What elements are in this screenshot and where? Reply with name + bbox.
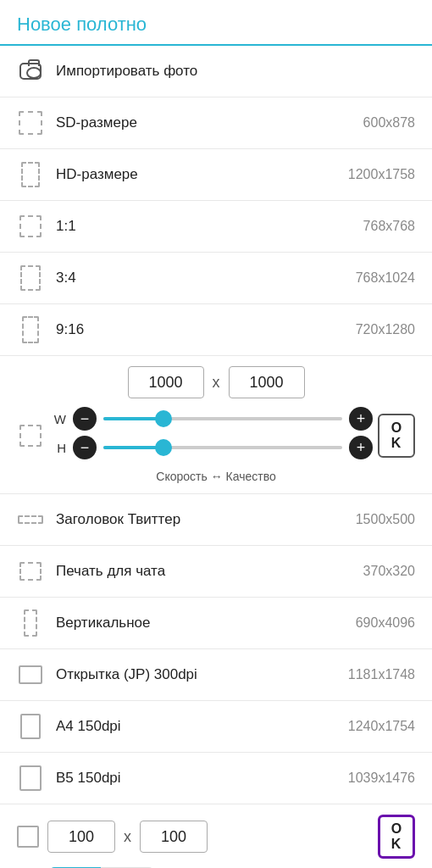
b5-item[interactable]: B5 150dpi 1039x1476 (0, 753, 432, 804)
sliders-group: W − + H − + (49, 407, 373, 465)
custom-size-section: x W − + H − (0, 356, 432, 494)
camera-icon (17, 58, 44, 85)
custom-size-icon (17, 422, 44, 449)
import-photo-label: Импортировать фото (56, 63, 197, 80)
width-input[interactable] (128, 366, 204, 398)
height-input[interactable] (229, 366, 305, 398)
twitter-left: Заголовок Твиттер (17, 506, 180, 533)
twitter-item[interactable]: Заголовок Твиттер 1500x500 (0, 494, 432, 546)
sd-value: 600x878 (363, 115, 415, 131)
9x16-value: 720x1280 (356, 322, 415, 337)
a4-value: 1240x1754 (348, 719, 415, 734)
twitter-label: Заголовок Твиттер (56, 511, 180, 528)
1x1-value: 768x768 (363, 219, 415, 234)
twitter-icon (17, 506, 44, 533)
custom-ok-button[interactable]: OK (378, 414, 415, 458)
h-slider-thumb (155, 439, 172, 456)
a4-icon (17, 713, 44, 740)
1x1-item[interactable]: 1:1 768x768 (0, 201, 432, 253)
x-separator: x (213, 374, 220, 392)
9x16-item[interactable]: 9:16 720x1280 (0, 304, 432, 356)
w-minus-button[interactable]: − (73, 407, 97, 431)
twitter-value: 1500x500 (356, 512, 415, 527)
bottom-x-sep: x (124, 828, 131, 846)
9x16-left: 9:16 (17, 316, 84, 343)
a4-item[interactable]: A4 150dpi 1240x1754 (0, 701, 432, 753)
3x4-left: 3:4 (17, 264, 76, 292)
vertical-item[interactable]: Вертикальное 690x4096 (0, 598, 432, 649)
h-slider-track[interactable] (103, 446, 342, 449)
vertical-label: Вертикальное (56, 615, 151, 632)
chat-value: 370x320 (363, 564, 415, 579)
sd-left: SD-размере (17, 109, 137, 136)
a4-label: A4 150dpi (56, 718, 121, 735)
w-slider-row: W − + (49, 407, 373, 431)
size-inputs-row: x (17, 366, 415, 398)
vertical-value: 690x4096 (356, 615, 415, 631)
3x4-label: 3:4 (56, 270, 76, 287)
hd-item[interactable]: HD-размере 1200x1758 (0, 149, 432, 201)
h-plus-button[interactable]: + (349, 436, 373, 459)
b5-left: B5 150dpi (17, 765, 121, 792)
postcard-icon (17, 661, 44, 688)
3x4-value: 768x1024 (356, 270, 415, 286)
postcard-item[interactable]: Открытка (JP) 300dpi 1181x1748 (0, 649, 432, 701)
postcard-label: Открытка (JP) 300dpi (56, 666, 197, 683)
sd-label: SD-размере (56, 114, 137, 131)
h-slider-row: H − + (49, 436, 373, 459)
vertical-icon (17, 609, 44, 637)
speed-quality-label: Скорость ↔ Качество (17, 470, 415, 483)
postcard-value: 1181x1748 (348, 667, 415, 682)
a4-left: A4 150dpi (17, 713, 121, 740)
b5-icon (17, 765, 44, 792)
hd-label: HD-размере (56, 166, 138, 183)
chat-icon (17, 558, 44, 585)
w-slider-track[interactable] (103, 417, 342, 420)
bottom-ok-button[interactable]: OK (378, 815, 415, 859)
w-plus-button[interactable]: + (349, 407, 373, 431)
h-label: H (49, 441, 66, 455)
chat-label: Печать для чата (56, 563, 165, 580)
9x16-icon (17, 316, 44, 343)
w-slider-thumb (155, 410, 172, 427)
9x16-label: 9:16 (56, 321, 84, 338)
hd-icon (17, 161, 44, 188)
3x4-item[interactable]: 3:4 768x1024 (0, 253, 432, 304)
b5-value: 1039x1476 (348, 771, 415, 786)
1x1-label: 1:1 (56, 218, 76, 235)
chat-item[interactable]: Печать для чата 370x320 (0, 546, 432, 598)
import-photo-item[interactable]: Импортировать фото (0, 46, 432, 97)
chat-left: Печать для чата (17, 558, 165, 585)
1x1-icon (17, 213, 44, 240)
hd-value: 1200x1758 (348, 167, 415, 182)
h-minus-button[interactable]: − (73, 436, 97, 459)
w-slider-fill (103, 417, 163, 420)
vertical-left: Вертикальное (17, 609, 151, 637)
postcard-left: Открытка (JP) 300dpi (17, 661, 197, 688)
sd-icon (17, 109, 44, 136)
w-label: W (49, 412, 66, 426)
import-photo-left: Импортировать фото (17, 58, 197, 85)
h-slider-fill (103, 446, 163, 449)
bottom-icon (17, 826, 39, 848)
bottom-custom-section: x OK mm inch dpi 1181x1181 (0, 804, 432, 868)
b5-label: B5 150dpi (56, 770, 121, 787)
hd-left: HD-размере (17, 161, 138, 188)
sd-item[interactable]: SD-размере 600x878 (0, 97, 432, 149)
3x4-icon (17, 264, 44, 292)
bottom-height-input[interactable] (140, 821, 208, 853)
sliders-ok-row: W − + H − + OK (17, 407, 415, 465)
bottom-width-input[interactable] (47, 821, 115, 853)
bottom-size-row: x OK (17, 815, 415, 859)
page-title: Новое полотно (0, 0, 432, 46)
1x1-left: 1:1 (17, 213, 76, 240)
